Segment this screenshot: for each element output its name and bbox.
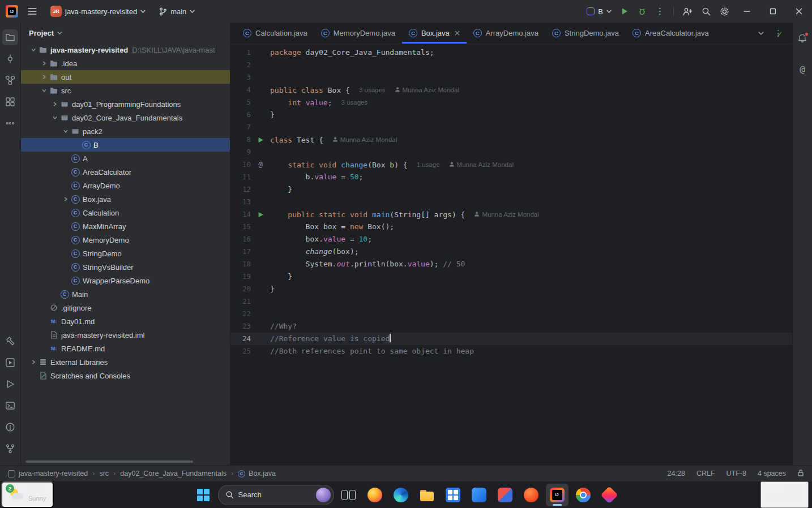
code-line-2[interactable]: 2 xyxy=(230,59,792,71)
line-number[interactable]: 24 xyxy=(230,333,251,345)
tree-row-pack2[interactable]: pack2 xyxy=(21,124,230,138)
project-switcher[interactable]: JR java-mastery-revisited xyxy=(46,3,149,20)
tree-row-calculation[interactable]: CCalculation xyxy=(21,206,230,219)
usages-inlay-hint[interactable]: 3 usages xyxy=(341,96,368,109)
tree-row-main[interactable]: CMain xyxy=(21,287,230,301)
line-number[interactable]: 23 xyxy=(230,320,251,333)
code-line-19[interactable]: 19 } xyxy=(230,270,792,283)
run-configuration-selector[interactable]: B xyxy=(582,5,616,19)
tree-row-scratches-and-consoles[interactable]: Scratches and Consoles xyxy=(21,369,230,382)
problems-tool-icon[interactable] xyxy=(2,419,18,435)
tab-areacalculator.java[interactable]: CAreaCalculator.java xyxy=(626,23,716,44)
tree-chevron-icon[interactable] xyxy=(50,115,59,120)
tree-row-java-mastery-revisited[interactable]: java-mastery-revisitedD:\SKILL\JAVA\java… xyxy=(21,43,230,57)
code-line-5[interactable]: 5 int value;3 usages xyxy=(230,96,792,109)
branch-switcher[interactable]: main xyxy=(155,5,199,19)
breadcrumb-src[interactable]: src xyxy=(99,470,109,477)
line-number[interactable]: 6 xyxy=(230,109,251,121)
code-line-14[interactable]: 14 public static void main(String[] args… xyxy=(230,208,792,221)
breadcrumb-day02_core_java_fundamentals[interactable]: day02_Core_Java_Fundamentals xyxy=(120,470,226,477)
author-inlay-hint[interactable]: Munna Aziz Mondal xyxy=(332,134,397,146)
tab-arraydemo.java[interactable]: CArrayDemo.java xyxy=(467,23,545,44)
line-number[interactable]: 3 xyxy=(230,71,251,84)
pinned-app-blue-icon[interactable] xyxy=(468,484,490,506)
tree-row-arraydemo[interactable]: CArrayDemo xyxy=(21,179,230,192)
line-number[interactable]: 15 xyxy=(230,221,251,233)
tree-chevron-icon[interactable] xyxy=(29,359,38,365)
run-tool-icon[interactable] xyxy=(2,376,18,392)
line-number[interactable]: 7 xyxy=(230,121,251,134)
code-line-20[interactable]: 20} xyxy=(230,283,792,295)
author-inlay-hint[interactable]: Munna Aziz Mondal xyxy=(474,208,539,221)
project-tool-icon[interactable] xyxy=(2,29,18,45)
line-number[interactable]: 4 xyxy=(230,84,251,96)
code-line-6[interactable]: 6} xyxy=(230,109,792,121)
tree-row-stringdemo[interactable]: CStringDemo xyxy=(21,247,230,260)
line-number[interactable]: 20 xyxy=(230,283,251,295)
line-number[interactable]: 9 xyxy=(230,146,251,158)
caret-position[interactable]: 24:28 xyxy=(668,470,685,477)
line-number[interactable]: 18 xyxy=(230,258,251,270)
tree-row-day01-md[interactable]: M↓Day01.md xyxy=(21,315,230,328)
line-number[interactable]: 14 xyxy=(230,208,251,221)
weather-widget[interactable]: 2 23°C Sunny xyxy=(1,481,54,508)
gutter-run-icon[interactable] xyxy=(255,134,266,146)
code-line-23[interactable]: 23//Why? xyxy=(230,320,792,333)
tree-row--idea[interactable]: .idea xyxy=(21,57,230,70)
line-separator-indicator[interactable]: CRLF xyxy=(696,470,715,477)
start-button[interactable] xyxy=(192,484,215,506)
tree-row-wrapperparsedemo[interactable]: CWrapperParseDemo xyxy=(21,274,230,287)
tab-calculation.java[interactable]: CCalculation.java xyxy=(236,23,314,44)
tree-row-maxminarray[interactable]: CMaxMinArray xyxy=(21,219,230,233)
tree-row-box-java[interactable]: CBox.java xyxy=(21,192,230,206)
structure-tool-icon[interactable] xyxy=(2,72,18,88)
tree-chevron-icon[interactable] xyxy=(50,101,59,107)
tree-row-day02-core-java-fundamentals[interactable]: day02_Core_Java_Fundamentals xyxy=(21,111,230,124)
build-tool-icon[interactable] xyxy=(2,333,18,349)
code-line-21[interactable]: 21 xyxy=(230,295,792,308)
tab-box.java[interactable]: CBox.java xyxy=(402,23,467,44)
usages-inlay-hint[interactable]: 3 usages xyxy=(359,84,386,96)
taskbar-search[interactable]: Search xyxy=(218,485,334,505)
tree-row--gitignore[interactable]: .gitignore xyxy=(21,301,230,315)
code-line-4[interactable]: 4public class Box {3 usagesMunna Aziz Mo… xyxy=(230,84,792,96)
breadcrumb-box.java[interactable]: CBox.java xyxy=(238,470,276,477)
terminal-tool-icon[interactable] xyxy=(2,398,18,414)
minimize-button[interactable] xyxy=(734,0,760,23)
code-line-9[interactable]: 9 xyxy=(230,146,792,158)
chrome-icon[interactable] xyxy=(572,484,595,506)
dependencies-tool-icon[interactable] xyxy=(2,94,18,110)
breadcrumb-java-mastery-revisited[interactable]: java-mastery-revisited xyxy=(8,470,88,477)
tree-row-external-libraries[interactable]: External Libraries xyxy=(21,355,230,369)
tree-row-stringvsbuilder[interactable]: CStringVsBuilder xyxy=(21,260,230,274)
run-button[interactable] xyxy=(616,5,633,18)
pinned-app-colorful-icon[interactable] xyxy=(494,484,516,506)
code-line-13[interactable]: 13 xyxy=(230,196,792,208)
editor-code[interactable]: 1package day02_Core_Java_Fundamentals;23… xyxy=(230,44,792,465)
line-number[interactable]: 11 xyxy=(230,171,251,183)
intellij-idea-icon[interactable]: IJ xyxy=(546,484,569,506)
tree-chevron-icon[interactable] xyxy=(61,196,70,202)
readonly-lock-icon[interactable] xyxy=(797,469,804,478)
hidden-tabs-button[interactable] xyxy=(754,28,768,38)
edge-icon[interactable] xyxy=(390,484,412,506)
author-inlay-hint[interactable]: Munna Aziz Mondal xyxy=(449,158,514,171)
tree-row-a[interactable]: CA xyxy=(21,152,230,165)
settings-button[interactable] xyxy=(715,4,734,19)
code-line-25[interactable]: 25//Both references point to same object… xyxy=(230,345,792,358)
jetbrains-toolbox-icon[interactable] xyxy=(598,484,621,506)
version-control-tool-icon[interactable] xyxy=(2,441,18,457)
project-panel-header[interactable]: Project xyxy=(21,23,230,43)
maximize-button[interactable] xyxy=(760,0,786,23)
more-tool-windows-icon[interactable] xyxy=(2,115,18,131)
code-line-22[interactable]: 22 xyxy=(230,308,792,320)
line-number[interactable]: 16 xyxy=(230,233,251,246)
usages-inlay-hint[interactable]: 1 usage xyxy=(417,158,440,171)
tree-chevron-icon[interactable] xyxy=(40,74,49,80)
commit-tool-icon[interactable] xyxy=(2,51,18,67)
services-tool-icon[interactable] xyxy=(2,355,18,371)
line-number[interactable]: 1 xyxy=(230,46,251,59)
search-everywhere-button[interactable] xyxy=(697,4,715,19)
tab-memorydemo.java[interactable]: CMemoryDemo.java xyxy=(314,23,402,44)
main-menu-button[interactable] xyxy=(24,5,41,18)
